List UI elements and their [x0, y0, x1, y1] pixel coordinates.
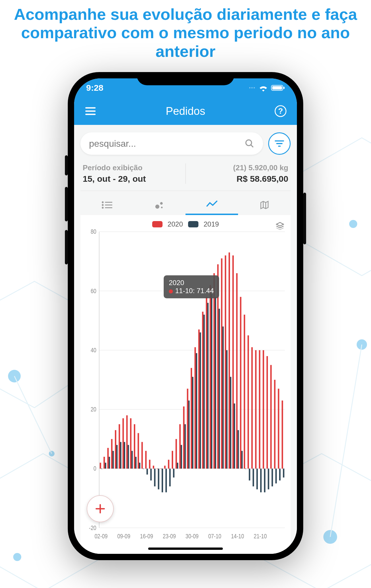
svg-rect-90	[268, 469, 269, 489]
svg-rect-79	[226, 350, 227, 469]
svg-rect-58	[146, 469, 148, 475]
svg-rect-96	[103, 457, 105, 469]
help-button[interactable]: ?	[273, 103, 288, 119]
svg-rect-88	[260, 469, 262, 492]
svg-rect-80	[230, 377, 231, 469]
svg-rect-86	[253, 469, 254, 486]
svg-rect-75	[211, 294, 212, 469]
svg-rect-50	[116, 445, 118, 469]
svg-text:0: 0	[94, 465, 96, 472]
svg-point-25	[102, 207, 103, 209]
svg-rect-71	[196, 353, 197, 469]
svg-rect-95	[100, 463, 101, 469]
tooltip-value: 11-10: 71.44	[175, 287, 214, 295]
svg-rect-92	[275, 469, 277, 483]
svg-rect-122	[202, 312, 204, 469]
chart-panel[interactable]: 2020 2019 -2002040608002-0909-0916-0923-…	[80, 215, 291, 554]
svg-rect-100	[119, 424, 120, 469]
svg-rect-114	[172, 451, 173, 469]
svg-rect-61	[158, 469, 159, 489]
svg-rect-128	[225, 256, 226, 469]
layers-icon[interactable]	[276, 221, 284, 230]
svg-rect-133	[244, 315, 245, 469]
phone-frame: 9:28 ••• Pedidos ? pes	[68, 72, 303, 560]
svg-line-6	[14, 376, 52, 454]
svg-text:80: 80	[91, 228, 96, 235]
svg-rect-46	[101, 469, 103, 469]
svg-rect-123	[206, 297, 207, 469]
svg-rect-85	[249, 469, 250, 480]
svg-text:09-09: 09-09	[117, 533, 130, 539]
menu-button[interactable]	[83, 103, 98, 119]
status-bar: 9:28 •••	[74, 78, 297, 97]
svg-rect-64	[169, 469, 171, 486]
svg-text:?: ?	[278, 107, 283, 115]
tab-chart[interactable]	[186, 195, 238, 215]
view-tabs	[80, 195, 291, 215]
home-indicator	[148, 548, 223, 550]
tooltip-series: 2020	[169, 279, 214, 287]
search-input[interactable]: pesquisar...	[80, 132, 263, 155]
help-icon: ?	[274, 105, 287, 117]
svg-rect-9	[272, 86, 282, 90]
svg-rect-82	[237, 430, 239, 469]
svg-text:16-09: 16-09	[140, 533, 153, 539]
svg-point-16	[246, 140, 252, 146]
svg-rect-76	[215, 297, 216, 469]
app-bar: Pedidos ?	[74, 97, 297, 125]
search-placeholder: pesquisar...	[89, 138, 245, 149]
svg-rect-105	[138, 433, 139, 469]
svg-rect-12	[85, 111, 96, 112]
bubble-icon	[154, 200, 164, 210]
svg-rect-52	[124, 442, 125, 469]
svg-rect-48	[109, 457, 110, 469]
svg-point-28	[160, 202, 163, 205]
svg-rect-102	[126, 415, 128, 469]
svg-rect-97	[107, 448, 109, 469]
svg-rect-10	[283, 87, 285, 89]
svg-rect-68	[184, 424, 186, 469]
svg-rect-83	[241, 451, 243, 469]
svg-rect-142	[278, 389, 279, 469]
svg-point-23	[102, 204, 103, 206]
filter-icon	[275, 140, 284, 148]
svg-rect-66	[177, 463, 178, 469]
svg-rect-69	[188, 401, 190, 469]
svg-rect-111	[160, 469, 162, 469]
svg-rect-47	[105, 463, 106, 469]
svg-rect-108	[149, 460, 150, 469]
svg-rect-94	[283, 469, 284, 477]
svg-rect-99	[115, 430, 116, 469]
tab-map[interactable]	[238, 195, 291, 215]
svg-rect-125	[213, 273, 215, 469]
tab-list[interactable]	[80, 195, 133, 215]
total-value: R$ 58.695,00	[192, 174, 289, 184]
svg-rect-104	[134, 424, 135, 469]
hamburger-icon	[85, 107, 96, 115]
plus-icon	[94, 503, 106, 515]
chart-legend: 2020 2019	[83, 220, 288, 228]
svg-rect-129	[229, 252, 230, 469]
svg-rect-53	[127, 445, 129, 469]
svg-rect-60	[154, 469, 156, 486]
add-fab[interactable]	[87, 495, 114, 522]
svg-text:30-09: 30-09	[186, 533, 198, 539]
battery-icon	[271, 84, 285, 91]
svg-rect-24	[105, 205, 112, 206]
svg-rect-51	[120, 442, 121, 469]
svg-rect-56	[139, 463, 140, 469]
svg-rect-109	[153, 466, 154, 469]
svg-rect-132	[240, 297, 241, 469]
svg-rect-59	[150, 469, 152, 480]
svg-rect-72	[200, 332, 201, 469]
svg-rect-120	[194, 347, 196, 469]
svg-rect-101	[122, 418, 124, 469]
svg-rect-139	[266, 356, 268, 469]
svg-rect-63	[165, 469, 167, 492]
filter-button[interactable]	[268, 132, 291, 155]
tab-bubble[interactable]	[133, 195, 186, 215]
promo-headline: Acompanhe sua evolução diariamente e faç…	[0, 0, 371, 63]
svg-rect-119	[191, 368, 192, 469]
svg-rect-73	[203, 315, 205, 469]
map-icon	[260, 200, 269, 210]
